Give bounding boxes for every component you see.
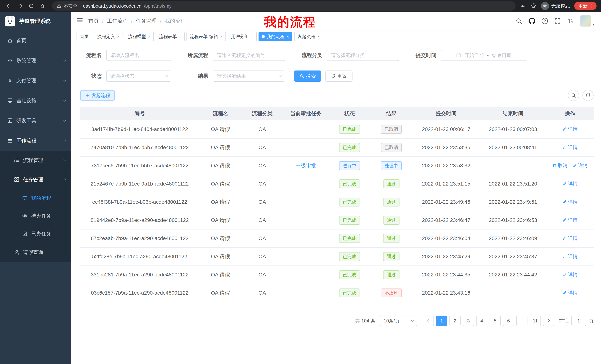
process-name-input[interactable] [106, 50, 171, 61]
tab-home[interactable]: 首页 [77, 32, 92, 41]
detail-link[interactable]: 详情 [562, 235, 578, 241]
page-size-select[interactable]: 10条/页 [380, 316, 417, 326]
process-def-input[interactable] [213, 50, 285, 61]
tab-my-process[interactable]: 我的流程× [259, 32, 292, 41]
help-icon[interactable]: ? [541, 18, 548, 24]
result-badge: 不通过 [381, 288, 402, 297]
detail-link[interactable]: 详情 [562, 253, 578, 260]
top-navbar: 首页 / 工作流程 / 任务管理 / 我的流程 我的流程 ? [71, 12, 601, 30]
sidebar-item-infrastructure[interactable]: 基础设施 [0, 91, 71, 111]
tab-user-group[interactable]: 用户分组× [228, 32, 257, 41]
chevron-down-icon [279, 74, 282, 77]
tab-process-model[interactable]: 流程模型× [125, 32, 154, 41]
breadcrumb-workflow[interactable]: 工作流程 [107, 18, 128, 25]
more-pages-button[interactable]: ··· [516, 316, 527, 326]
close-icon[interactable]: × [117, 34, 120, 39]
back-icon[interactable] [4, 1, 14, 11]
table-row: 67c2eaab-7b9a-11ec-a290-acde48001122 OA … [80, 229, 594, 248]
page-button[interactable]: 2 [450, 316, 461, 326]
sidebar-toggle-icon[interactable] [77, 17, 83, 25]
result-select[interactable]: 请选择流结果 [213, 70, 285, 82]
breadcrumb-task-management[interactable]: 任务管理 [136, 18, 157, 25]
detail-link[interactable]: 详情 [562, 290, 578, 296]
avatar[interactable] [580, 15, 591, 27]
bookmark-star-icon[interactable] [531, 3, 536, 9]
sidebar-item-my-process[interactable]: 我的流程 [0, 189, 71, 207]
close-icon[interactable]: × [148, 34, 150, 39]
browser-menu-icon[interactable]: ⋮ [590, 3, 594, 8]
prev-page-button[interactable] [423, 316, 434, 326]
status-select[interactable]: 请选择状态 [106, 70, 171, 82]
key-icon[interactable] [520, 3, 526, 9]
refresh-table-button[interactable] [582, 90, 594, 101]
submit-time-range-picker[interactable]: 开始日期 - 结束日期 [441, 50, 526, 61]
home-icon[interactable] [37, 1, 48, 11]
logo-image [4, 16, 16, 27]
page-button[interactable]: 6 [503, 316, 514, 326]
address-bar[interactable]: 不安全 dashboard.yudao.iocoder.cn/bpm/task/… [52, 1, 516, 11]
result-badge: 已取消 [381, 125, 402, 134]
detail-link[interactable]: 详情 [562, 181, 578, 187]
goto-page-input[interactable] [571, 316, 586, 326]
chevron-down-icon [63, 98, 66, 102]
page-button[interactable]: 1 [436, 316, 447, 326]
reload-icon[interactable] [26, 1, 36, 11]
address-divider [80, 3, 80, 8]
detail-link[interactable]: 详情 [562, 126, 578, 132]
status-label: 状态 [80, 73, 106, 80]
page-button[interactable]: 4 [476, 316, 487, 326]
detail-link[interactable]: 详情 [562, 199, 578, 205]
font-size-icon[interactable] [567, 18, 574, 24]
sidebar-item-workflow[interactable]: 工作流程 [0, 131, 71, 151]
tab-process-definition[interactable]: 流程定义× [94, 32, 123, 41]
process-table: 编号 流程名 流程分类 当前审批任务 状态 结果 提交时间 结束时间 操作 [80, 107, 594, 302]
sidebar-item-leave-query[interactable]: 请假查询 [0, 243, 71, 262]
page-button[interactable]: 11 [530, 316, 541, 326]
category-select[interactable]: 请选择流程分类 [327, 50, 399, 61]
edit-icon [562, 145, 567, 150]
user-menu[interactable]: ▾ [580, 15, 594, 27]
app-logo[interactable]: 芋道管理系统 [0, 12, 71, 30]
detail-link[interactable]: 详情 [562, 271, 578, 278]
sidebar-item-system[interactable]: 系统管理 [0, 50, 71, 70]
table-row: 52ffd28e-7b9a-11ec-a290-acde48001122 OA … [80, 248, 594, 266]
close-icon[interactable]: × [317, 34, 320, 39]
sidebar-item-task-management[interactable]: 任务管理 [0, 170, 71, 189]
tab-initiate-process[interactable]: 发起流程× [294, 32, 323, 41]
search-button[interactable]: 搜索 [294, 70, 321, 82]
cancel-link[interactable]: 取消 [552, 162, 567, 169]
sidebar-item-done-tasks[interactable]: 已办任务 [0, 225, 71, 243]
url-host: dashboard.yudao.iocoder.cn [83, 3, 141, 9]
forward-icon[interactable] [15, 1, 25, 11]
page-button[interactable]: 3 [463, 316, 474, 326]
reset-button[interactable]: 重置 [325, 70, 352, 82]
update-button[interactable]: 更新 ⋮ [574, 2, 597, 10]
search-icon[interactable] [516, 18, 522, 24]
sidebar-item-payment[interactable]: ¥ 支付管理 [0, 70, 71, 91]
create-process-button[interactable]: 发起流程 [80, 90, 115, 101]
close-icon[interactable]: × [286, 34, 289, 39]
next-page-button[interactable] [543, 316, 554, 326]
page-button[interactable]: 5 [490, 316, 501, 326]
sidebar-item-devtools[interactable]: 研发工具 [0, 111, 71, 131]
github-icon[interactable] [529, 18, 535, 24]
sidebar-item-todo-tasks[interactable]: 待办任务 [0, 207, 71, 225]
close-icon[interactable]: × [251, 34, 253, 39]
close-icon[interactable]: × [220, 34, 222, 39]
sidebar-item-process-management[interactable]: 流程管理 [0, 151, 71, 170]
tab-process-form-edit[interactable]: 流程表单-编辑× [186, 32, 226, 41]
tab-process-form[interactable]: 流程表单× [156, 32, 185, 41]
detail-link[interactable]: 详情 [562, 144, 578, 151]
delete-icon [552, 163, 557, 168]
annotation-my-process: 我的流程 [264, 14, 316, 30]
result-badge: 通过 [383, 198, 400, 207]
sidebar-item-home[interactable]: 首页 [0, 30, 71, 50]
toggle-search-button[interactable] [568, 90, 579, 101]
fullscreen-icon[interactable] [554, 18, 561, 24]
task-link[interactable]: 一级审批 [295, 163, 316, 168]
close-icon[interactable]: × [179, 34, 181, 39]
breadcrumb-home[interactable]: 首页 [88, 18, 99, 25]
detail-link[interactable]: 详情 [562, 217, 578, 223]
detail-link[interactable]: 详情 [573, 162, 588, 169]
update-label: 更新 [578, 3, 588, 9]
